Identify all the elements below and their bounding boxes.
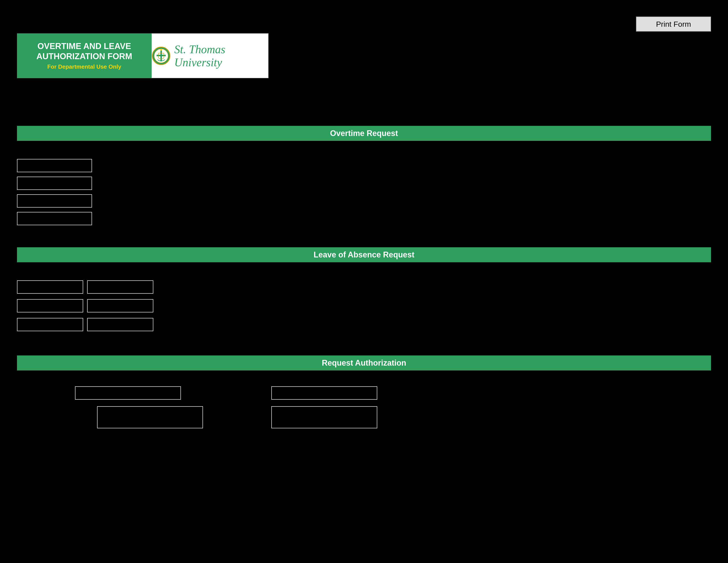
print-form-button[interactable]: Print Form [636,17,711,32]
auth-section-title: Request Authorization [322,358,406,368]
university-crest-icon [152,46,170,66]
overtime-section-header: Overtime Request [17,126,711,141]
header-title-box: OVERTIME AND LEAVE AUTHORIZATION FORM Fo… [17,33,152,78]
leave-field-2b[interactable] [87,299,153,313]
auth-field-1a[interactable] [75,386,181,400]
leave-field-1a[interactable] [17,280,83,294]
overtime-field-1[interactable] [17,159,92,172]
logo-inner: St. Thomas University [152,43,268,69]
auth-field-2b[interactable] [271,406,377,428]
auth-field-1b[interactable] [271,386,377,400]
leave-section-title: Leave of Absence Request [314,250,415,259]
overtime-section-title: Overtime Request [330,129,398,138]
university-logo-box: St. Thomas University [152,33,268,78]
overtime-field-3[interactable] [17,194,92,207]
header-section: OVERTIME AND LEAVE AUTHORIZATION FORM Fo… [17,33,375,78]
leave-field-3a[interactable] [17,318,83,331]
leave-section-header: Leave of Absence Request [17,247,711,262]
overtime-field-2[interactable] [17,177,92,190]
svg-rect-3 [157,55,166,56]
overtime-field-4[interactable] [17,212,92,225]
page-background: Print Form OVERTIME AND LEAVE AUTHORIZAT… [0,0,728,563]
auth-section-header: Request Authorization [17,356,711,371]
auth-field-2a[interactable] [97,406,203,428]
university-name: St. Thomas University [174,43,268,69]
leave-field-2a[interactable] [17,299,83,313]
leave-field-3b[interactable] [87,318,153,331]
leave-field-1b[interactable] [87,280,153,294]
form-title: OVERTIME AND LEAVE AUTHORIZATION FORM [21,41,147,61]
form-subtitle: For Departmental Use Only [47,63,121,70]
